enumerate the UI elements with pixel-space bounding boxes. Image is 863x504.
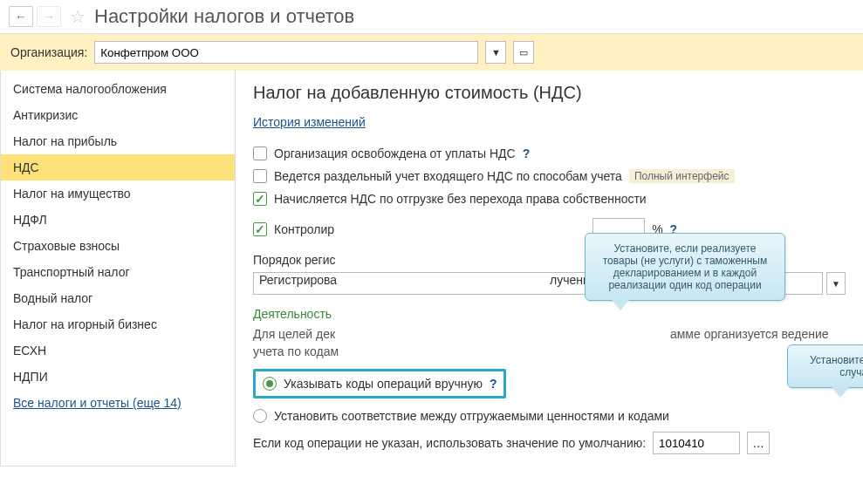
sidebar-item-ndpi[interactable]: НДПИ — [1, 364, 235, 390]
sidebar-item-gambling-tax[interactable]: Налог на игорный бизнес — [1, 311, 235, 337]
history-link[interactable]: История изменений — [253, 115, 366, 129]
radio-manual[interactable] — [263, 377, 277, 391]
sidebar-item-eshn[interactable]: ЕСХН — [1, 337, 235, 364]
sidebar-item-transport-tax[interactable]: Транспортный налог — [1, 259, 235, 285]
org-dropdown-button[interactable]: ▼ — [485, 41, 506, 64]
sidebar-item-ndfl[interactable]: НДФЛ — [1, 207, 235, 233]
help-icon[interactable]: ? — [523, 146, 531, 160]
org-label: Организация: — [10, 45, 87, 59]
organization-bar: Организация: ▼ ▭ — [0, 34, 863, 71]
chk-control-label: Контролир — [274, 222, 334, 236]
sidebar-item-insurance[interactable]: Страховые взносы — [1, 233, 235, 259]
sidebar-item-anticrisis[interactable]: Антикризис — [1, 102, 235, 128]
chk-vat-shipment-label: Начисляется НДС по отгрузке без перехода… — [274, 192, 647, 206]
content-heading: Налог на добавленную стоимость (НДС) — [253, 83, 846, 103]
radio-manual-label: Указывать коды операций вручную — [284, 377, 483, 391]
tooltip-manual: Установите, если реализуете товары (не у… — [585, 233, 785, 301]
tooltip-other: Установите в других случаях — [787, 344, 863, 388]
interface-badge: Полный интерфейс — [629, 169, 735, 183]
radio-mapping[interactable] — [253, 409, 267, 423]
sidebar-item-property-tax[interactable]: Налог на имущество — [1, 180, 235, 207]
help-icon[interactable]: ? — [490, 377, 497, 391]
sidebar-all-link[interactable]: Все налоги и отчеты (еще 14) — [1, 390, 235, 416]
chk-control[interactable] — [253, 222, 267, 236]
sidebar-item-water-tax[interactable]: Водный налог — [1, 285, 235, 311]
chk-vat-shipment[interactable] — [253, 192, 267, 206]
chk-vat-exempt[interactable] — [253, 146, 267, 160]
radio-manual-highlighted: Указывать коды операций вручную ? — [253, 369, 506, 398]
org-open-button[interactable]: ▭ — [513, 41, 534, 64]
sidebar-item-vat[interactable]: НДС — [1, 154, 235, 180]
default-code-input[interactable] — [653, 432, 740, 454]
order-dropdown-button[interactable]: ▼ — [826, 272, 846, 295]
chk-separate-accounting[interactable] — [253, 169, 267, 183]
activity-label: Деятельность — [253, 307, 846, 321]
page-title: Настройки налогов и отчетов — [94, 5, 354, 28]
back-button[interactable]: ← — [9, 6, 33, 27]
org-input[interactable] — [94, 41, 478, 64]
forward-button[interactable]: → — [37, 6, 61, 27]
description: Для целей дек амме организуется ведение … — [253, 326, 846, 360]
default-label: Если код операции не указан, использоват… — [253, 436, 646, 450]
sidebar-item-profit-tax[interactable]: Налог на прибыль — [1, 128, 235, 154]
sidebar: Система налогообложения Антикризис Налог… — [0, 71, 236, 467]
chk-vat-exempt-label: Организация освобождена от уплаты НДС — [274, 146, 516, 160]
radio-mapping-label: Установить соответствие между отгружаемы… — [274, 409, 669, 423]
favorite-star-icon[interactable]: ☆ — [70, 6, 86, 27]
chk-separate-label: Ведется раздельный учет входящего НДС по… — [274, 169, 622, 183]
toolbar: ← → ☆ Настройки налогов и отчетов — [0, 0, 863, 34]
content: Налог на добавленную стоимость (НДС) Ист… — [236, 71, 863, 467]
default-code-picker-button[interactable]: … — [747, 432, 770, 454]
sidebar-item-tax-system[interactable]: Система налогообложения — [1, 76, 235, 102]
